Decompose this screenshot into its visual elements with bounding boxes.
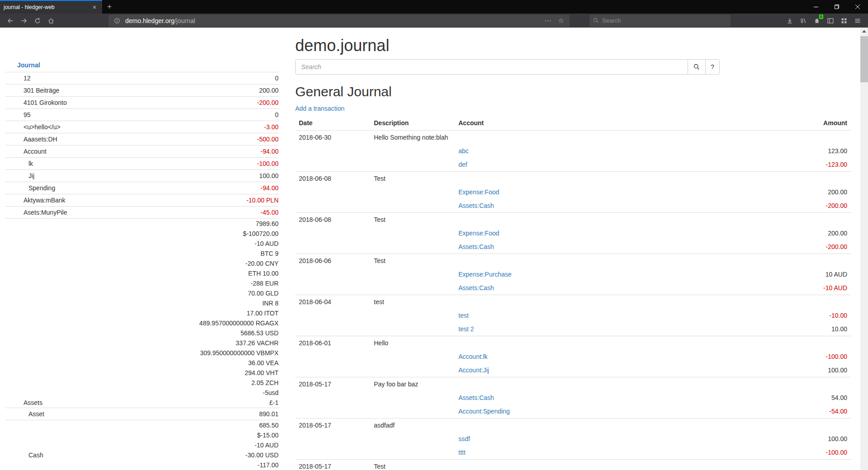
menu-icon[interactable] [851,14,864,27]
posting-account-link[interactable]: Expense:Food [458,188,499,196]
sidebar-account-link[interactable]: Cash [6,450,43,460]
forward-icon[interactable] [17,14,31,27]
posting-account-link[interactable]: test [458,312,469,319]
sidebar-account-row: 685.50 [5,420,279,430]
transaction-title-row[interactable]: 2018-05-17 Pay foo bar baz [295,377,851,391]
transaction-title-row[interactable]: 2018-06-06 Test [295,254,851,268]
extension-icon[interactable]: 0 [810,14,824,27]
transaction-title-row[interactable]: 2018-06-04 test [295,295,851,309]
txn-date: 2018-06-08 [295,172,370,186]
sidebars-icon[interactable] [824,14,837,27]
sidebar-account-link[interactable]: 95 [6,110,31,120]
browser-tab[interactable]: journal - hledger-web [0,0,102,14]
sidebar-account-link[interactable]: Aaasets:DH [6,135,57,144]
back-icon[interactable] [4,14,17,27]
sidebar-account-row: -10 AUD [5,239,279,249]
sidebar-account-row: 489.957000000000 RGAGX [5,318,279,328]
sidebar-account-row: 36.00 VEA [5,358,279,368]
sidebar-account-link[interactable]: Aktywa:mBank [6,196,66,205]
sidebar-account-row: Asset 890.01 [5,408,279,420]
posting-account-link[interactable]: Account:lk [458,353,488,360]
minimize-button[interactable] [806,0,826,14]
transaction: 2018-06-08 Test Expense:Food 200.00 Asse… [295,213,851,254]
scrollbar-thumb[interactable] [860,36,868,82]
sidebar-account-balance: ETH 10.00 [248,268,278,278]
sidebar-account-balance: -20.00 CNY [245,258,278,268]
posting-account-link[interactable]: ssdf [458,435,470,442]
sidebar-account-balance: 70.00 GLD [248,288,278,298]
posting-account-link[interactable]: Assets:Cash [458,243,494,250]
posting-row: Assets:Cash -10 AUD [295,281,851,295]
col-header-account: Account [455,116,742,131]
site-info-icon[interactable] [112,18,122,24]
sidebar-account-link[interactable]: Assets [6,398,42,408]
sidebar-account-row: Asets:MunyPile -45.00 [5,206,279,218]
sidebar-account-link[interactable]: lk [6,159,33,169]
sidebar-account-link[interactable]: 4101 Girokonto [6,98,67,108]
downloads-icon[interactable] [783,14,797,27]
sidebar-account-link[interactable]: Spending [6,183,55,193]
transaction-title-row[interactable]: 2018-06-08 Test [295,213,851,227]
posting-account-link[interactable]: tttt [458,449,466,456]
home-icon[interactable] [44,14,58,27]
sidebar-account-link[interactable]: <u>hello</u> [6,122,61,132]
posting-row: tttt -100.00 [295,446,851,460]
url-domain: demo.hledger.org [125,17,175,24]
sidebar-account-link[interactable]: Asset [6,409,44,419]
sidebar-account-balance: 2.05 ZCH [251,378,278,388]
sidebar-account-balance: -10.00 PLN [246,196,278,205]
posting-account-link[interactable]: Account:Spending [458,408,510,415]
posting-row: ssdf 100.00 [295,432,851,446]
journal-search-input[interactable] [295,59,688,75]
vertical-scrollbar[interactable] [860,28,868,470]
browser-search-placeholder: Search [602,17,621,24]
posting-account-link[interactable]: Assets:Cash [458,284,494,291]
posting-account-link[interactable]: Expense:Food [458,230,499,237]
sidebar-journal-link[interactable]: Journal [5,58,279,72]
transaction-title-row[interactable]: 2018-06-08 Test [295,172,851,186]
sidebar-account-link[interactable]: 12 [6,74,31,83]
sidebar-account-link[interactable]: Asets:MunyPile [6,208,67,217]
posting-account-link[interactable]: test 2 [458,325,474,333]
txn-date: 2018-06-08 [295,213,370,227]
library-icon[interactable] [797,14,810,27]
scroll-up-arrow-icon[interactable] [860,28,868,35]
tab-close-icon[interactable] [90,1,99,14]
transaction-title-row[interactable]: 2018-05-17 asdfadf [295,418,851,432]
posting-account-link[interactable]: Assets:Cash [458,202,494,209]
posting-row: Expense:Food 200.00 [295,226,851,240]
grid-icon[interactable] [837,14,851,27]
reload-icon[interactable] [31,14,44,27]
transaction-title-row[interactable]: 2018-05-17 Test [295,460,851,470]
page-actions-icon[interactable]: ⋯ [543,17,553,25]
posting-account-link[interactable]: Expense:Purchase [458,271,512,278]
transaction: 2018-06-01 Hello Account:lk -100.00 Acco… [295,336,851,377]
add-transaction-link[interactable]: Add a transaction [295,104,344,113]
url-text[interactable]: demo.hledger.org/journal [125,17,540,24]
posting-account-link[interactable]: def [458,161,467,168]
posting-account-link[interactable]: Assets:Cash [458,394,494,401]
url-bar[interactable]: demo.hledger.org/journal ⋯ ☆ [108,15,570,27]
posting-account-link[interactable]: abc [458,147,469,155]
search-help-button[interactable]: ? [705,59,720,75]
transaction: 2018-06-06 Test Expense:Purchase 10 AUD … [295,254,851,295]
sidebar-account-row: 2.05 ZCH [5,378,279,388]
sidebar-account-link[interactable]: 301 Beiträge [6,86,59,95]
restore-button[interactable] [826,0,847,14]
sidebar-account-link[interactable]: Account [6,147,47,156]
new-tab-button[interactable]: + [102,0,117,14]
journal-search-button[interactable] [688,59,706,75]
transaction-title-row[interactable]: 2018-06-01 Hello [295,336,851,350]
posting-row: Account:Jij 100.00 [295,363,851,377]
sidebar-account-balance: 0 [275,110,278,120]
bookmark-star-icon[interactable]: ☆ [556,17,566,25]
browser-search-bar[interactable]: Search [590,15,731,27]
txn-description: Test [370,254,851,268]
sidebar-account-link[interactable]: Jij [6,171,34,181]
sidebar-account-row: lk -100.00 [5,157,279,169]
posting-account-link[interactable]: Account:Jij [458,367,489,374]
sidebar-account-row: BTC 9 [5,249,279,258]
transaction-title-row[interactable]: 2018-06-30 Hello Something note:blah [295,131,851,145]
sidebar-account-balance: 489.957000000000 RGAGX [199,318,278,328]
close-button[interactable] [847,0,868,14]
